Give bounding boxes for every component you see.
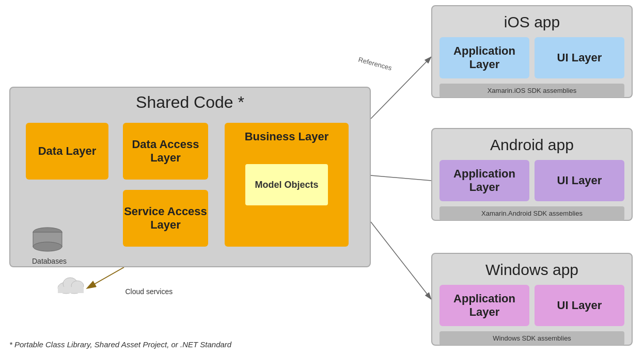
windows-ui-layer-box: UI Layer: [535, 285, 624, 326]
ios-ui-layer-label: UI Layer: [557, 51, 602, 64]
windows-app-title: Windows app: [439, 261, 624, 279]
android-application-layer-label: Application Layer: [439, 167, 529, 195]
windows-application-layer-box: Application Layer: [439, 285, 529, 326]
ios-application-layer-box: Application Layer: [439, 37, 529, 78]
windows-sdk-bar: Windows SDK assemblies: [439, 331, 624, 345]
cloud-services-label: Cloud services: [125, 287, 172, 296]
svg-rect-16: [58, 287, 84, 293]
references-label: References: [357, 56, 392, 72]
svg-point-11: [33, 242, 62, 251]
model-objects-label: Model Objects: [255, 180, 318, 190]
ios-ui-layer-box: UI Layer: [535, 37, 624, 78]
databases-label: Databases: [32, 257, 67, 265]
ios-application-layer-label: Application Layer: [439, 44, 529, 72]
ios-sdk-bar: Xamarin.iOS SDK assemblies: [439, 84, 624, 98]
android-application-layer-box: Application Layer: [439, 160, 529, 201]
windows-ui-layer-label: UI Layer: [557, 299, 602, 312]
shared-code-title: Shared Code *: [136, 93, 244, 112]
model-objects-box: Model Objects: [245, 164, 328, 205]
android-layers-row: Application Layer UI Layer: [439, 160, 624, 201]
ios-app-title: iOS app: [439, 13, 624, 31]
service-access-layer-label: Service Access Layer: [123, 205, 208, 232]
data-access-layer-label: Data Access Layer: [123, 138, 208, 165]
db-cylinder-svg: [32, 227, 63, 253]
cloud-svg: [56, 273, 87, 294]
windows-layers-row: Application Layer UI Layer: [439, 285, 624, 326]
ios-app-box: iOS app Application Layer UI Layer Xamar…: [431, 5, 633, 98]
business-layer-label: Business Layer: [245, 130, 329, 143]
svg-line-3: [371, 175, 431, 181]
data-access-layer-box: Data Access Layer: [123, 123, 208, 180]
business-layer-box: Business Layer Model Objects: [225, 123, 349, 247]
windows-application-layer-label: Application Layer: [439, 292, 529, 319]
android-sdk-bar: Xamarin.Android SDK assemblies: [439, 206, 624, 220]
diagram-container: References Shared Code * Data Layer Data…: [0, 0, 644, 355]
cloud-icon: Cloud services: [56, 273, 172, 296]
android-app-box: Android app Application Layer UI Layer X…: [431, 128, 633, 221]
android-ui-layer-box: UI Layer: [535, 160, 624, 201]
footnote: * Portable Class Library, Shared Asset P…: [9, 340, 231, 349]
svg-line-4: [371, 222, 431, 299]
android-app-title: Android app: [439, 136, 624, 154]
service-access-layer-box: Service Access Layer: [123, 190, 208, 247]
data-layer-label: Data Layer: [38, 144, 97, 158]
database-icon: Databases: [32, 227, 67, 265]
windows-app-box: Windows app Application Layer UI Layer W…: [431, 253, 633, 346]
ios-layers-row: Application Layer UI Layer: [439, 37, 624, 78]
data-layer-box: Data Layer: [26, 123, 108, 180]
android-ui-layer-label: UI Layer: [557, 174, 602, 187]
